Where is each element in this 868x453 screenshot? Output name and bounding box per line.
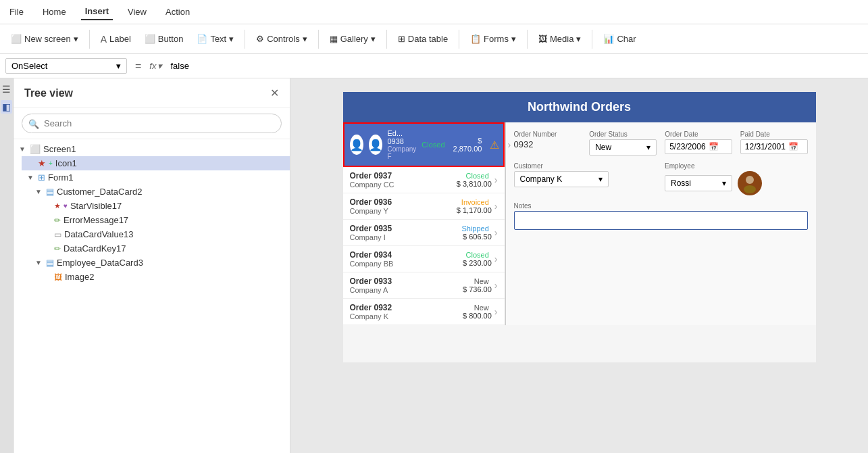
order-0933-right: New $ 736.00 xyxy=(463,277,492,293)
tree-item-employee-dc3[interactable]: ▼ ▤ Employee_DataCard3 xyxy=(30,256,290,270)
separator-6 xyxy=(527,30,528,49)
customer-dropdown[interactable]: Company K ▾ xyxy=(514,171,609,187)
datatable-button-label: Data table xyxy=(408,34,448,44)
order-0932-status: New xyxy=(463,304,489,312)
tree-item-starvisible17[interactable]: ★ ♥ StarVisible17 xyxy=(38,199,290,213)
formula-selector[interactable]: OnSelect ▾ xyxy=(5,58,127,74)
order-item-0933[interactable]: Order 0933 Company A New $ 736.00 › xyxy=(343,272,505,299)
order-0936-number: Order 0936 xyxy=(350,197,457,207)
order-0935-company: Company I xyxy=(350,233,462,241)
paid-date-value: 12/31/2001 xyxy=(745,142,786,151)
menu-action[interactable]: Action xyxy=(161,4,194,20)
order-item-0935[interactable]: Order 0935 Company I Shipped $ 606.50 › xyxy=(343,220,505,246)
new-screen-icon: ⬜ xyxy=(11,34,22,44)
order-0932-amount: $ 800.00 xyxy=(463,312,492,320)
sidebar-close-button[interactable]: ✕ xyxy=(270,87,279,99)
formula-equals: = xyxy=(132,60,144,72)
new-screen-button[interactable]: ⬜ New screen ▾ xyxy=(5,31,84,47)
order-date-input[interactable]: 5/23/2006 📅 xyxy=(665,139,732,154)
app-body: 👤 👤 Ed... 0938 Company F Closed $ 2,870.… xyxy=(343,122,816,325)
tree-item-icon1[interactable]: ★ + Icon1 xyxy=(22,156,290,170)
icon-widget-text: Ed... 0938 Company F xyxy=(388,129,417,160)
order-date-field: Order Date 5/23/2006 📅 xyxy=(665,130,732,156)
search-wrapper: 🔍 xyxy=(22,114,282,133)
gallery-button[interactable]: ▦ Gallery ▾ xyxy=(324,31,381,47)
label-button-label: Label xyxy=(109,34,131,44)
order-0935-right: Shipped $ 606.50 xyxy=(461,224,491,241)
person-icon-2: 👤 xyxy=(369,135,382,155)
order-status-label: Order Status xyxy=(589,130,657,138)
order-0932-company: Company K xyxy=(350,312,463,320)
chart-button-label: Char xyxy=(617,34,636,44)
media-button[interactable]: 🖼 Media ▾ xyxy=(533,31,586,47)
separator-2 xyxy=(245,30,245,49)
controls-button[interactable]: ⚙ Controls ▾ xyxy=(251,31,312,47)
button-button[interactable]: ⬜ Button xyxy=(139,31,189,47)
tree-item-form1[interactable]: ▼ ⊞ Form1 xyxy=(22,170,290,185)
customer-label: Customer xyxy=(514,162,657,170)
sidebar-title: Tree view xyxy=(24,87,73,99)
menu-view[interactable]: View xyxy=(124,4,151,20)
notes-label: Notes xyxy=(514,202,808,210)
tree-item-datacardvalue13[interactable]: ▭ DataCardValue13 xyxy=(38,227,290,241)
order-item-0934[interactable]: Order 0934 Company BB Closed $ 230.00 › xyxy=(343,246,505,272)
order-0935-amount: $ 606.50 xyxy=(461,233,491,241)
separator-1 xyxy=(89,30,90,49)
list-chevron-icon-first: › xyxy=(507,139,511,150)
tree-item-customer-dc2[interactable]: ▼ ▤ Customer_DataCard2 xyxy=(30,185,290,199)
order-status-value: New xyxy=(595,143,611,152)
chart-button[interactable]: 📊 Char xyxy=(598,31,641,47)
datatable-button[interactable]: ⊞ Data table xyxy=(392,31,453,47)
first-item-amount-block: $ 2,870.00 xyxy=(453,137,482,153)
order-status-dropdown[interactable]: New ▾ xyxy=(589,139,657,156)
tree-view: ▼ ⬜ Screen1 ★ + Icon1 ▼ ⊞ Form1 ▼ ▤ xyxy=(14,139,290,453)
form1-icon: ⊞ xyxy=(38,172,45,183)
icon-widget[interactable]: 👤 👤 Ed... 0938 Company F Closed $ 2,870.… xyxy=(343,122,505,167)
menu-insert[interactable]: Insert xyxy=(81,3,113,20)
order-item-0932[interactable]: Order 0932 Company K New $ 800.00 › xyxy=(343,299,505,325)
order-0936-amount: $ 1,170.00 xyxy=(457,206,492,214)
icon-widget-sub: Company F xyxy=(388,145,417,160)
order-detail: Order Number 0932 Order Status New ▾ Ord… xyxy=(506,122,816,325)
order-0933-number: Order 0933 xyxy=(350,277,463,286)
order-item-0936-info: Order 0936 Company Y xyxy=(350,197,457,215)
forms-button[interactable]: 📋 Forms ▾ xyxy=(465,31,521,47)
menu-home[interactable]: Home xyxy=(39,4,70,20)
order-0934-right: Closed $ 230.00 xyxy=(463,251,492,267)
tree-item-errormessage17[interactable]: ✏ ErrorMessage17 xyxy=(38,213,290,227)
text-button[interactable]: 📄 Text ▾ xyxy=(191,31,239,47)
datacardkey17-label: DataCardKey17 xyxy=(63,243,284,254)
customer-chevron-icon: ▾ xyxy=(598,174,603,184)
order-status-chevron-icon: ▾ xyxy=(646,143,650,152)
label-button[interactable]: A Label xyxy=(95,31,136,47)
menu-file[interactable]: File xyxy=(5,4,28,20)
warning-icon: ⚠ xyxy=(490,139,499,151)
layers-icon[interactable]: ◧ xyxy=(1,100,12,114)
formula-input[interactable] xyxy=(168,58,863,74)
sidebar-header: Tree view ✕ xyxy=(14,78,290,108)
paid-date-field: Paid Date 12/31/2001 📅 xyxy=(740,130,808,156)
image2-icon: 🖼 xyxy=(54,272,62,282)
form1-label: Form1 xyxy=(48,172,284,183)
tree-item-image2[interactable]: 🖼 Image2 xyxy=(38,270,290,284)
order-item-0934-info: Order 0934 Company BB xyxy=(350,250,463,268)
sidebar-search-container: 🔍 xyxy=(14,108,290,139)
tree-item-screen1[interactable]: ▼ ⬜ Screen1 xyxy=(14,142,290,156)
paid-calendar-icon: 📅 xyxy=(788,142,798,151)
tree-item-datacardkey17[interactable]: ✏ DataCardKey17 xyxy=(38,241,290,256)
toolbar: ⬜ New screen ▾ A Label ⬜ Button 📄 Text ▾… xyxy=(0,24,868,54)
sidebar: Tree view ✕ 🔍 ▼ ⬜ Screen1 ★ + Icon1 xyxy=(14,78,290,453)
search-input[interactable] xyxy=(22,114,282,133)
order-item-0936[interactable]: Order 0936 Company Y Invoiced $ 1,170.00… xyxy=(343,193,505,220)
first-item-amount: $ 2,870.00 xyxy=(453,137,482,153)
order-0936-chevron-icon: › xyxy=(494,201,498,212)
order-0933-chevron-icon: › xyxy=(494,280,498,291)
paid-date-input[interactable]: 12/31/2001 📅 xyxy=(740,139,808,154)
separator-7 xyxy=(592,30,592,49)
employee-dropdown[interactable]: Rossi ▾ xyxy=(665,175,732,191)
order-item-0937[interactable]: Order 0937 Company CC Closed $ 3,810.00 … xyxy=(343,167,505,193)
hamburger-icon[interactable]: ☰ xyxy=(2,84,11,95)
menu-bar: File Home Insert View Action xyxy=(0,0,868,24)
notes-input[interactable] xyxy=(514,211,808,230)
datacardvalue13-icon: ▭ xyxy=(54,230,61,239)
